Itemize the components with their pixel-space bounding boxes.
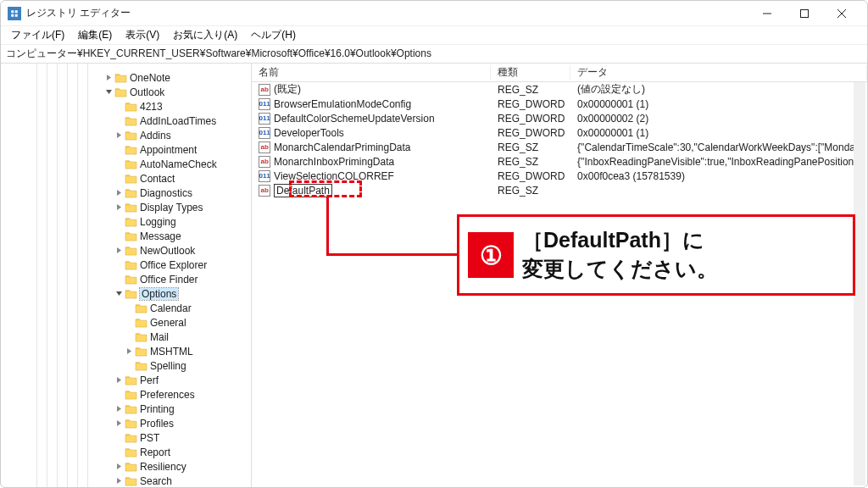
tree-item[interactable]: Preferences (1, 387, 251, 402)
value-name: MonarchCalendarPrimingData (274, 141, 410, 153)
tree-item-label: Perf (140, 374, 159, 386)
tree-item-label: Search (140, 475, 172, 487)
col-name[interactable]: 名前 (252, 65, 491, 80)
tree-item[interactable]: Mail (1, 330, 251, 344)
tree-item[interactable]: Resiliency (1, 459, 251, 474)
tree-item[interactable]: Report (1, 445, 251, 459)
menu-help[interactable]: ヘルプ(H) (246, 26, 301, 44)
tree-item[interactable]: Display Types (1, 200, 251, 214)
menu-edit[interactable]: 編集(E) (73, 26, 117, 44)
tree-item[interactable]: General (1, 315, 251, 330)
menu-view[interactable]: 表示(V) (120, 26, 164, 44)
tree-item[interactable]: Perf (1, 373, 251, 387)
folder-icon (125, 475, 137, 486)
expand-icon[interactable] (113, 405, 125, 413)
tree-item[interactable]: AutoNameCheck (1, 157, 251, 171)
value-type: REG_DWORD (491, 98, 570, 110)
col-type[interactable]: 種類 (491, 65, 570, 80)
tree-item[interactable]: OneNote (1, 70, 251, 85)
tree-item[interactable]: Office Explorer (1, 258, 251, 272)
value-icon: ab (259, 141, 270, 153)
value-name-edit[interactable]: DefaultPath (274, 184, 332, 197)
expand-icon[interactable] (113, 290, 125, 297)
folder-icon (125, 115, 137, 126)
folder-icon (114, 72, 127, 83)
folder-icon (135, 317, 147, 328)
tree-pane[interactable]: OneNoteOutlook4213AddInLoadTimesAddinsAp… (1, 64, 252, 487)
list-header: 名前 種類 データ (252, 64, 867, 82)
tree-item-label: Spelling (150, 360, 186, 372)
tree-item[interactable]: AddInLoadTimes (1, 114, 251, 128)
tree-item[interactable]: Appointment (1, 142, 251, 157)
menu-file[interactable]: ファイル(F) (6, 26, 70, 44)
maximize-button[interactable] (786, 2, 823, 25)
expand-icon[interactable] (113, 463, 125, 470)
tree-item[interactable]: Spelling (1, 358, 251, 373)
folder-icon (125, 403, 137, 414)
folder-icon (125, 389, 137, 400)
tree-item-label: AddInLoadTimes (140, 115, 216, 127)
expand-icon[interactable] (113, 247, 125, 254)
expand-icon[interactable] (103, 74, 114, 81)
expand-icon[interactable] (113, 376, 125, 384)
registry-value-row[interactable]: 011ViewSelectionCOLORREFREG_DWORD0x00f0c… (252, 169, 867, 183)
registry-value-row[interactable]: abMonarchCalendarPrimingDataREG_SZ{"Cale… (252, 140, 867, 154)
tree-item[interactable]: Contact (1, 171, 251, 186)
tree-item[interactable]: Options (1, 286, 251, 301)
tree-item-label: Profiles (140, 418, 174, 430)
tree-item[interactable]: Profiles (1, 416, 251, 430)
tree-item[interactable]: Logging (1, 214, 251, 229)
tree-item[interactable]: MSHTML (1, 344, 251, 358)
tree-item[interactable]: Printing (1, 402, 251, 416)
tree-item[interactable]: Search (1, 474, 251, 487)
tree-item[interactable]: Office Finder (1, 272, 251, 286)
tree-item-label: Calendar (150, 302, 192, 314)
svg-rect-4 (15, 14, 18, 16)
address-bar[interactable]: コンピューター¥HKEY_CURRENT_USER¥Software¥Micro… (1, 45, 867, 64)
expand-icon[interactable] (113, 189, 125, 197)
tree-item-label: Office Explorer (140, 259, 207, 271)
tree-item-label: NewOutlook (140, 245, 195, 257)
registry-value-row[interactable]: abMonarchInboxPrimingDataREG_SZ{"InboxRe… (252, 154, 867, 169)
value-type: REG_DWORD (491, 127, 570, 139)
registry-value-row[interactable]: 011BrowserEmulationModeConfigREG_DWORD0x… (252, 97, 867, 111)
col-data[interactable]: データ (570, 65, 867, 80)
title-bar: レジストリ エディター (1, 1, 867, 26)
folder-icon (135, 331, 147, 342)
tree-item[interactable]: 4213 (1, 99, 251, 114)
menu-favorites[interactable]: お気に入り(A) (168, 26, 242, 44)
expand-icon[interactable] (113, 419, 125, 427)
minimize-button[interactable] (748, 2, 786, 25)
tree-item[interactable]: Calendar (1, 301, 251, 315)
svg-rect-1 (11, 10, 14, 13)
folder-icon (125, 259, 137, 270)
folder-icon (125, 216, 137, 227)
registry-value-row[interactable]: abDefaultPathREG_SZ (252, 183, 867, 197)
expand-icon[interactable] (113, 131, 125, 139)
scrollbar[interactable] (854, 82, 865, 485)
tree-item-label: Logging (140, 216, 176, 228)
menu-bar: ファイル(F) 編集(E) 表示(V) お気に入り(A) ヘルプ(H) (1, 26, 867, 45)
tree-item[interactable]: Message (1, 229, 251, 243)
expand-icon[interactable] (123, 347, 135, 355)
value-name: (既定) (274, 82, 301, 97)
folder-icon (125, 130, 137, 141)
tree-item-label: Outlook (130, 86, 164, 98)
folder-icon (135, 302, 147, 313)
tree-item[interactable]: PST (1, 430, 251, 445)
registry-value-row[interactable]: 011DefaultColorSchemeUpdateVersionREG_DW… (252, 111, 867, 125)
tree-item-label: Mail (150, 331, 169, 343)
expand-icon[interactable] (113, 477, 125, 485)
tree-item[interactable]: Addins (1, 128, 251, 142)
tree-item[interactable]: Outlook (1, 85, 251, 99)
registry-value-row[interactable]: ab(既定)REG_SZ(値の設定なし) (252, 82, 867, 97)
close-button[interactable] (823, 2, 860, 25)
tree-item-label: Display Types (140, 202, 203, 214)
tree-item[interactable]: NewOutlook (1, 243, 251, 258)
expand-icon[interactable] (113, 203, 125, 211)
tree-item[interactable]: Diagnostics (1, 186, 251, 200)
registry-value-row[interactable]: 011DeveloperToolsREG_DWORD0x00000001 (1) (252, 125, 867, 140)
expand-icon[interactable] (103, 88, 114, 96)
folder-icon (135, 346, 147, 357)
value-icon: 011 (259, 170, 270, 182)
